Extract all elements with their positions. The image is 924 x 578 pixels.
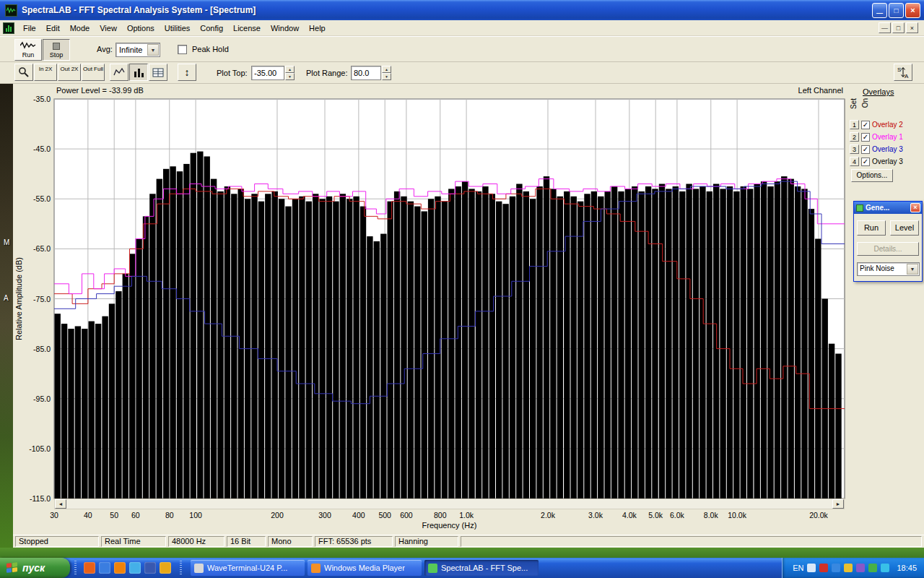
language-indicator[interactable]: EN [793, 564, 803, 572]
overlays-options-button[interactable]: Options... [851, 169, 893, 182]
zoom-in-2x-button[interactable]: In 2X [34, 64, 57, 81]
menu-item-help[interactable]: Help [304, 22, 331, 35]
generator-details-button[interactable]: Details... [857, 242, 919, 256]
bar-plot-icon [133, 67, 144, 77]
line-plot-button[interactable] [110, 64, 128, 81]
plot-h-scrollbar[interactable]: ◄ ► [54, 499, 845, 509]
menu-item-mode[interactable]: Mode [65, 22, 95, 35]
plot-range-label: Plot Range: [306, 69, 347, 77]
spin-up-icon[interactable]: ▲ [285, 66, 295, 73]
svg-text:-95.0: -95.0 [33, 394, 51, 403]
taskbar-task-2[interactable]: SpectraLAB - FFT Spe... [424, 560, 539, 576]
chevron-down-icon[interactable]: ▼ [147, 44, 159, 56]
menu-item-view[interactable]: View [95, 22, 122, 35]
run-button[interactable]: Run [14, 39, 42, 61]
system-tray: EN 18:45 [782, 558, 924, 578]
svg-text:5.0k: 5.0k [648, 511, 663, 519]
menu-item-file[interactable]: File [18, 22, 41, 35]
overlay-on-checkbox-1[interactable]: ✓ [861, 121, 870, 129]
generator-icon: S A [897, 66, 910, 79]
avg-select[interactable]: Infinite ▼ [116, 43, 160, 57]
table-view-button[interactable] [149, 64, 167, 81]
close-button[interactable]: × [905, 3, 920, 18]
spin-down-icon[interactable]: ▼ [285, 73, 295, 80]
mdi-restore-button[interactable]: □ [892, 22, 905, 33]
status-cell-filler [461, 536, 922, 547]
firefox-icon[interactable] [84, 562, 95, 574]
menu-item-utilities[interactable]: Utilities [160, 22, 195, 35]
bar-plot-button[interactable] [129, 64, 148, 81]
generator-titlebar[interactable]: Gene... × [854, 202, 922, 214]
volume-icon[interactable] [807, 564, 816, 572]
mdi-close-button[interactable]: × [906, 22, 918, 33]
signal-generator-button[interactable]: S A [894, 64, 912, 81]
taskbar-task-1[interactable]: Windows Media Player [308, 560, 422, 576]
table-icon [152, 68, 164, 77]
maximize-button[interactable]: □ [889, 3, 904, 18]
svg-text:200: 200 [271, 511, 284, 519]
svg-text:4.0k: 4.0k [622, 511, 637, 519]
minimize-button[interactable]: — [872, 3, 887, 18]
zoom-out-2x-button[interactable]: Out 2X [58, 64, 81, 81]
messenger-tray-icon[interactable] [881, 564, 889, 572]
menu-item-window[interactable]: Window [266, 22, 304, 35]
messenger-icon[interactable] [129, 562, 141, 574]
update-icon[interactable] [844, 564, 853, 572]
overlay-on-checkbox-4[interactable]: ✓ [861, 158, 870, 166]
taskbar: пуск WaveTerminal-U24 P...Windows Media … [0, 558, 924, 578]
overlay-set-button-2[interactable]: 2 [850, 132, 859, 142]
zoom-button[interactable] [14, 64, 33, 81]
usb-icon[interactable] [868, 564, 877, 572]
menu-item-config[interactable]: Config [195, 22, 228, 35]
svg-text:-55.0: -55.0 [33, 194, 51, 203]
generator-run-button[interactable]: Run [857, 220, 886, 236]
taskbar-task-0[interactable]: WaveTerminal-U24 P... [191, 560, 305, 576]
overlay-set-button-3[interactable]: 3 [850, 144, 859, 154]
outlook-icon[interactable] [144, 562, 156, 574]
antivirus-icon[interactable] [819, 564, 828, 572]
display-icon[interactable] [856, 564, 865, 572]
overlay-on-checkbox-3[interactable]: ✓ [861, 145, 870, 154]
network-icon[interactable] [832, 564, 840, 572]
plot-range-input[interactable] [351, 66, 381, 80]
ie-icon[interactable] [99, 562, 110, 574]
status-cell-1: Real Time [101, 536, 166, 547]
quick-launch-grip[interactable] [74, 561, 77, 575]
desktop-screen: SpectraLAB - FFT Spectral Analysis Syste… [0, 0, 924, 578]
generator-close-icon[interactable]: × [910, 203, 920, 212]
spectrum-document-icon [3, 22, 14, 34]
peak-hold-checkbox[interactable] [178, 45, 187, 54]
y-axis-title: Relative Amplitude (dB) [14, 257, 23, 340]
mdi-minimize-button[interactable]: — [879, 22, 891, 33]
media-player-icon[interactable] [114, 562, 126, 574]
scroll-track[interactable] [66, 499, 832, 509]
overlays-col-on: On [861, 98, 869, 108]
generator-level-button[interactable]: Level [890, 220, 919, 236]
overlay-set-button-1[interactable]: 1 [850, 120, 859, 129]
menu-item-options[interactable]: Options [122, 22, 160, 35]
spectrum-plot[interactable]: -35.0-45.0-55.0-65.0-75.0-85.0-95.0-105.… [13, 84, 848, 535]
plot-top-input[interactable] [251, 66, 284, 80]
scroll-right-icon[interactable]: ► [832, 499, 844, 509]
svg-text:3.0k: 3.0k [588, 511, 603, 519]
start-button[interactable]: пуск [0, 558, 70, 578]
overlay-set-button-4[interactable]: 4 [850, 157, 859, 166]
svg-text:30: 30 [50, 511, 58, 519]
spin-up-icon[interactable]: ▲ [382, 66, 391, 73]
menu-items: FileEditModeViewOptionsUtilitiesConfigLi… [18, 22, 331, 35]
svg-text:80: 80 [165, 511, 174, 519]
zoom-out-full-button[interactable]: Out Full [82, 64, 105, 81]
overlay-on-checkbox-2[interactable]: ✓ [861, 133, 870, 142]
generator-signal-select[interactable]: Pink Noise ▼ [857, 262, 920, 276]
scroll-left-icon[interactable]: ◄ [55, 499, 66, 509]
window-titlebar[interactable]: SpectraLAB - FFT Spectral Analysis Syste… [0, 0, 924, 20]
stop-button[interactable]: Stop [43, 39, 70, 61]
menu-item-edit[interactable]: Edit [41, 22, 65, 35]
taskbar-grip[interactable] [180, 561, 182, 575]
chevron-down-icon[interactable]: ▼ [907, 264, 918, 275]
transport-toolbar: Run Stop Avg: Infinite ▼ Peak Hold [0, 36, 924, 62]
fit-vertical-button[interactable]: ↕ [178, 64, 196, 81]
spin-down-icon[interactable]: ▼ [382, 73, 391, 80]
menu-item-license[interactable]: License [228, 22, 266, 35]
winamp-icon[interactable] [160, 562, 171, 574]
